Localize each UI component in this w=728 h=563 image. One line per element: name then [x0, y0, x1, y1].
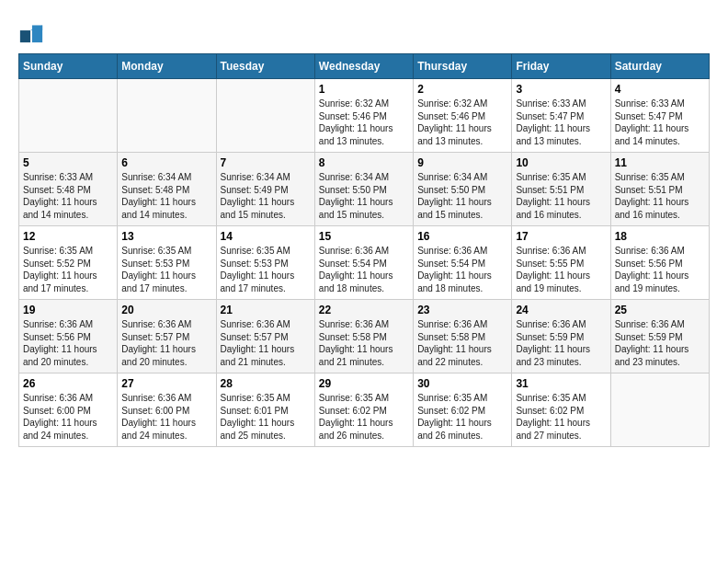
calendar-cell: 28Sunrise: 6:35 AM Sunset: 6:01 PM Dayli… [216, 373, 314, 447]
calendar-cell: 10Sunrise: 6:35 AM Sunset: 5:51 PM Dayli… [512, 153, 610, 226]
day-number: 14 [221, 230, 311, 243]
day-info: Sunrise: 6:36 AM Sunset: 6:00 PM Dayligh… [121, 392, 211, 442]
day-number: 26 [23, 377, 113, 390]
calendar-week-1: 1Sunrise: 6:32 AM Sunset: 5:46 PM Daylig… [19, 79, 710, 153]
day-header-saturday: Saturday [610, 54, 709, 79]
day-info: Sunrise: 6:36 AM Sunset: 6:00 PM Dayligh… [23, 392, 113, 442]
calendar-cell: 5Sunrise: 6:33 AM Sunset: 5:48 PM Daylig… [19, 153, 118, 226]
calendar-cell: 21Sunrise: 6:36 AM Sunset: 5:57 PM Dayli… [216, 300, 314, 373]
calendar-week-3: 12Sunrise: 6:35 AM Sunset: 5:52 PM Dayli… [19, 226, 710, 300]
page-header [18, 18, 710, 44]
calendar-cell: 15Sunrise: 6:36 AM Sunset: 5:54 PM Dayli… [314, 226, 413, 300]
day-info: Sunrise: 6:32 AM Sunset: 5:46 PM Dayligh… [319, 98, 409, 147]
calendar-cell: 7Sunrise: 6:34 AM Sunset: 5:49 PM Daylig… [216, 153, 314, 226]
day-number: 12 [23, 230, 113, 243]
day-number: 9 [417, 156, 507, 169]
calendar-week-2: 5Sunrise: 6:33 AM Sunset: 5:48 PM Daylig… [19, 153, 710, 226]
calendar-cell: 24Sunrise: 6:36 AM Sunset: 5:59 PM Dayli… [512, 300, 610, 373]
day-number: 8 [319, 156, 409, 169]
day-number: 6 [121, 156, 211, 169]
calendar-cell: 31Sunrise: 6:35 AM Sunset: 6:02 PM Dayli… [512, 373, 610, 447]
day-number: 11 [615, 156, 705, 169]
day-info: Sunrise: 6:35 AM Sunset: 6:02 PM Dayligh… [417, 392, 507, 442]
day-number: 29 [319, 377, 409, 390]
day-header-monday: Monday [118, 54, 216, 79]
day-header-thursday: Thursday [414, 54, 512, 79]
day-info: Sunrise: 6:36 AM Sunset: 5:54 PM Dayligh… [417, 245, 507, 294]
calendar-cell [118, 79, 216, 153]
day-number: 2 [417, 83, 507, 96]
day-info: Sunrise: 6:36 AM Sunset: 5:54 PM Dayligh… [319, 245, 409, 294]
calendar-cell: 8Sunrise: 6:34 AM Sunset: 5:50 PM Daylig… [314, 153, 413, 226]
calendar-cell: 9Sunrise: 6:34 AM Sunset: 5:50 PM Daylig… [414, 153, 512, 226]
calendar-week-5: 26Sunrise: 6:36 AM Sunset: 6:00 PM Dayli… [19, 373, 710, 447]
logo-icon [18, 18, 44, 44]
calendar-cell: 6Sunrise: 6:34 AM Sunset: 5:48 PM Daylig… [118, 153, 216, 226]
day-number: 4 [615, 83, 705, 96]
day-number: 18 [615, 230, 705, 243]
day-info: Sunrise: 6:34 AM Sunset: 5:50 PM Dayligh… [417, 171, 507, 221]
calendar-cell: 25Sunrise: 6:36 AM Sunset: 5:59 PM Dayli… [610, 300, 709, 373]
calendar-cell: 3Sunrise: 6:33 AM Sunset: 5:47 PM Daylig… [512, 79, 610, 153]
calendar-cell: 4Sunrise: 6:33 AM Sunset: 5:47 PM Daylig… [610, 79, 709, 153]
calendar-header-row: SundayMondayTuesdayWednesdayThursdayFrid… [19, 54, 710, 79]
calendar-cell: 14Sunrise: 6:35 AM Sunset: 5:53 PM Dayli… [216, 226, 314, 300]
day-info: Sunrise: 6:32 AM Sunset: 5:46 PM Dayligh… [417, 98, 507, 147]
day-info: Sunrise: 6:35 AM Sunset: 6:01 PM Dayligh… [221, 392, 311, 442]
day-info: Sunrise: 6:33 AM Sunset: 5:47 PM Dayligh… [615, 98, 705, 147]
day-info: Sunrise: 6:34 AM Sunset: 5:49 PM Dayligh… [221, 171, 311, 221]
calendar-cell: 22Sunrise: 6:36 AM Sunset: 5:58 PM Dayli… [314, 300, 413, 373]
calendar-cell: 20Sunrise: 6:36 AM Sunset: 5:57 PM Dayli… [118, 300, 216, 373]
day-number: 15 [319, 230, 409, 243]
calendar-cell: 27Sunrise: 6:36 AM Sunset: 6:00 PM Dayli… [118, 373, 216, 447]
day-info: Sunrise: 6:35 AM Sunset: 5:53 PM Dayligh… [121, 245, 211, 294]
day-info: Sunrise: 6:36 AM Sunset: 5:57 PM Dayligh… [121, 318, 211, 368]
calendar-cell: 30Sunrise: 6:35 AM Sunset: 6:02 PM Dayli… [414, 373, 512, 447]
day-info: Sunrise: 6:36 AM Sunset: 5:58 PM Dayligh… [319, 318, 409, 368]
day-number: 21 [221, 304, 311, 316]
calendar-cell: 18Sunrise: 6:36 AM Sunset: 5:56 PM Dayli… [610, 226, 709, 300]
day-header-sunday: Sunday [19, 54, 118, 79]
calendar-cell [216, 79, 314, 153]
svg-rect-1 [20, 30, 30, 42]
calendar-cell [610, 373, 709, 447]
day-info: Sunrise: 6:36 AM Sunset: 5:59 PM Dayligh… [516, 318, 606, 368]
day-info: Sunrise: 6:36 AM Sunset: 5:59 PM Dayligh… [615, 318, 705, 368]
day-number: 10 [516, 156, 606, 169]
day-number: 30 [417, 377, 507, 390]
day-info: Sunrise: 6:35 AM Sunset: 5:51 PM Dayligh… [615, 171, 705, 221]
day-number: 22 [319, 304, 409, 316]
day-header-friday: Friday [512, 54, 610, 79]
day-info: Sunrise: 6:35 AM Sunset: 5:53 PM Dayligh… [221, 245, 311, 294]
day-number: 27 [121, 377, 211, 390]
day-info: Sunrise: 6:34 AM Sunset: 5:48 PM Dayligh… [121, 171, 211, 221]
day-info: Sunrise: 6:36 AM Sunset: 5:55 PM Dayligh… [516, 245, 606, 294]
day-number: 17 [516, 230, 606, 243]
day-info: Sunrise: 6:34 AM Sunset: 5:50 PM Dayligh… [319, 171, 409, 221]
day-number: 1 [319, 83, 409, 96]
day-number: 24 [516, 304, 606, 316]
calendar-table: SundayMondayTuesdayWednesdayThursdayFrid… [18, 53, 710, 447]
day-number: 23 [417, 304, 507, 316]
day-number: 20 [121, 304, 211, 316]
day-info: Sunrise: 6:35 AM Sunset: 5:52 PM Dayligh… [23, 245, 113, 294]
day-header-wednesday: Wednesday [314, 54, 413, 79]
day-info: Sunrise: 6:36 AM Sunset: 5:56 PM Dayligh… [23, 318, 113, 368]
calendar-cell: 17Sunrise: 6:36 AM Sunset: 5:55 PM Dayli… [512, 226, 610, 300]
day-info: Sunrise: 6:35 AM Sunset: 6:02 PM Dayligh… [319, 392, 409, 442]
day-info: Sunrise: 6:36 AM Sunset: 5:58 PM Dayligh… [417, 318, 507, 368]
calendar-cell: 16Sunrise: 6:36 AM Sunset: 5:54 PM Dayli… [414, 226, 512, 300]
day-info: Sunrise: 6:36 AM Sunset: 5:57 PM Dayligh… [221, 318, 311, 368]
day-number: 5 [23, 156, 113, 169]
day-number: 31 [516, 377, 606, 390]
calendar-cell: 19Sunrise: 6:36 AM Sunset: 5:56 PM Dayli… [19, 300, 118, 373]
day-number: 28 [221, 377, 311, 390]
day-number: 16 [417, 230, 507, 243]
calendar-cell: 23Sunrise: 6:36 AM Sunset: 5:58 PM Dayli… [414, 300, 512, 373]
day-info: Sunrise: 6:36 AM Sunset: 5:56 PM Dayligh… [615, 245, 705, 294]
day-header-tuesday: Tuesday [216, 54, 314, 79]
day-number: 13 [121, 230, 211, 243]
day-number: 19 [23, 304, 113, 316]
day-info: Sunrise: 6:35 AM Sunset: 5:51 PM Dayligh… [516, 171, 606, 221]
calendar-cell: 1Sunrise: 6:32 AM Sunset: 5:46 PM Daylig… [314, 79, 413, 153]
